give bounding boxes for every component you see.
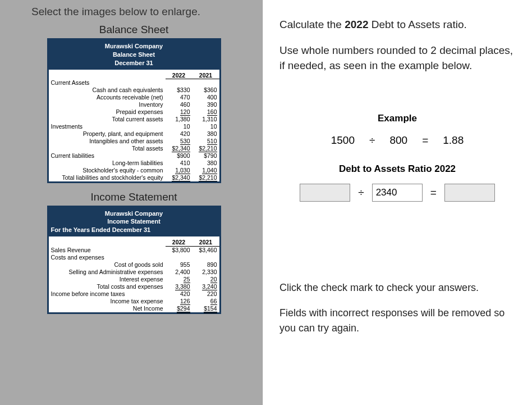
left-panel: Select the images below to enlarge. Bala… [0, 0, 263, 405]
equals-symbol-2: = [430, 186, 437, 199]
example-numerator: 1500 [331, 134, 355, 147]
right-panel: Calculate the 2022 Debt to Assets ratio.… [263, 0, 532, 405]
example-title: Example [279, 113, 515, 124]
enlarge-instruction: Select the images below to enlarge. [31, 6, 240, 18]
ratio-title: Debt to Assets Ratio 2022 [279, 163, 515, 175]
example-denominator: 800 [389, 134, 407, 147]
balance-sheet-title: Balance Sheet [28, 24, 240, 36]
example-result: 1.88 [443, 134, 464, 147]
income-statement-header: Murawski Company Income Statement For th… [49, 207, 219, 237]
equals-symbol: = [422, 134, 428, 147]
numerator-input[interactable] [300, 184, 350, 202]
divide-symbol-2: ÷ [358, 186, 364, 199]
balance-sheet-header: Murawski Company Balance Sheet December … [49, 40, 219, 70]
income-statement-image[interactable]: Murawski Company Income Statement For th… [47, 206, 221, 314]
denominator-input[interactable] [372, 184, 423, 202]
bottom-instructions: Click the check mark to check your answe… [279, 280, 515, 336]
answer-input-row: ÷ = [279, 184, 515, 202]
example-calc-row: 1500 ÷ 800 = 1.88 [279, 134, 515, 147]
question-text: Calculate the 2022 Debt to Assets ratio.… [279, 17, 515, 74]
example-block: Example 1500 ÷ 800 = 1.88 [279, 113, 515, 147]
divide-symbol: ÷ [369, 134, 375, 147]
balance-sheet-table: 20222021 Current Assets Cash and cash eq… [49, 70, 219, 181]
income-statement-table: 20222021 Sales Revenue$3,800$3,460 Costs… [49, 236, 219, 312]
income-statement-title: Income Statement [28, 191, 240, 203]
balance-sheet-image[interactable]: Murawski Company Balance Sheet December … [47, 38, 221, 183]
result-input[interactable] [444, 184, 495, 202]
